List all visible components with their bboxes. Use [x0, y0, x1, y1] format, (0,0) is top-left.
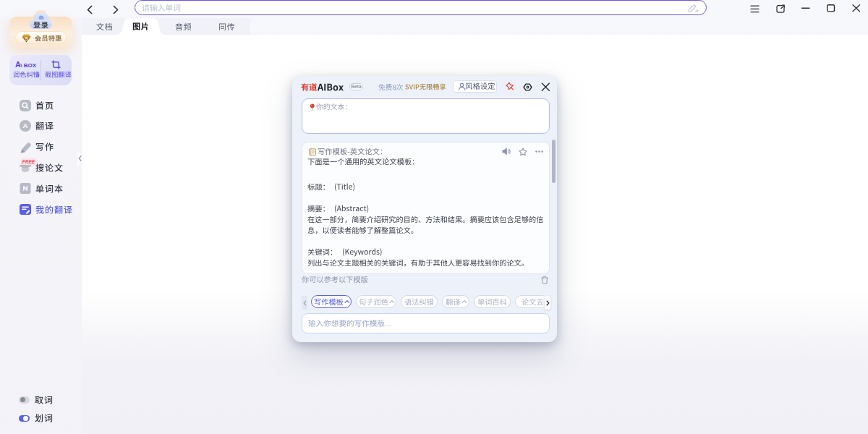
svg-text:\: \ — [20, 62, 22, 69]
svg-text:Beta: Beta — [351, 84, 362, 89]
svg-text:S: S — [24, 35, 27, 42]
svg-text:FREE: FREE — [22, 159, 35, 164]
svg-text:BOX: BOX — [23, 62, 35, 69]
svg-text:A: A — [23, 122, 28, 129]
